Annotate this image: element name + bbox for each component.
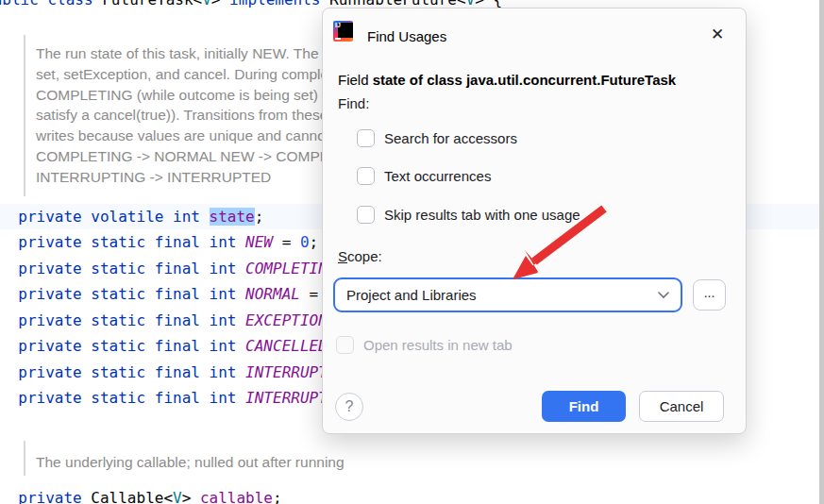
target-prefix: Field bbox=[338, 72, 373, 88]
checkbox-box bbox=[336, 336, 354, 354]
javadoc-left-bar bbox=[24, 35, 25, 196]
screen: public class FutureTask<V> implements Ru… bbox=[0, 0, 824, 504]
usage-target-description: Field state of class java.util.concurren… bbox=[338, 72, 676, 88]
checkbox-label: Search for accessors bbox=[384, 130, 517, 146]
checkbox-text-occurrences[interactable]: Text occurrences bbox=[357, 166, 491, 185]
checkbox-box[interactable] bbox=[357, 167, 375, 185]
open-results-checkbox: Open results in new tab bbox=[336, 335, 513, 354]
javadoc-left-bar-bottom bbox=[24, 441, 25, 476]
find-button[interactable]: Find bbox=[542, 391, 626, 422]
cancel-button[interactable]: Cancel bbox=[639, 391, 724, 422]
scope-selected-value: Project and Libraries bbox=[346, 287, 658, 303]
checkbox-label: Open results in new tab bbox=[363, 337, 513, 353]
checkbox-label: Text occurrences bbox=[384, 168, 491, 184]
close-icon[interactable]: ✕ bbox=[704, 22, 731, 48]
chevron-down-icon bbox=[658, 292, 669, 299]
find-usages-dialog: IJ Find Usages ✕ Field state of class ja… bbox=[322, 8, 747, 434]
code-line-callable: private Callable<V> callable; bbox=[0, 485, 824, 504]
checkbox-box[interactable] bbox=[357, 129, 375, 147]
checkbox-box[interactable] bbox=[357, 206, 375, 224]
dialog-title: Find Usages bbox=[367, 28, 446, 44]
scope-label: Scope: bbox=[338, 248, 382, 264]
checkbox-search-for-accessors[interactable]: Search for accessors bbox=[357, 128, 517, 147]
find-group-label: Find: bbox=[338, 95, 369, 111]
intellij-idea-logo-icon: IJ bbox=[333, 21, 353, 42]
target-name: state of class java.util.concurrent.Futu… bbox=[373, 72, 677, 88]
editor-scrollbar[interactable] bbox=[819, 0, 824, 504]
scope-dropdown[interactable]: Project and Libraries bbox=[333, 277, 682, 312]
checkbox-label: Skip results tab with one usage bbox=[384, 207, 580, 223]
help-button[interactable]: ? bbox=[335, 393, 363, 421]
javadoc-callable: The underlying callable; nulled out afte… bbox=[36, 452, 345, 473]
scope-more-button[interactable]: ... bbox=[693, 279, 726, 311]
checkbox-skip-results-tab-with-one-usage[interactable]: Skip results tab with one usage bbox=[357, 205, 580, 224]
